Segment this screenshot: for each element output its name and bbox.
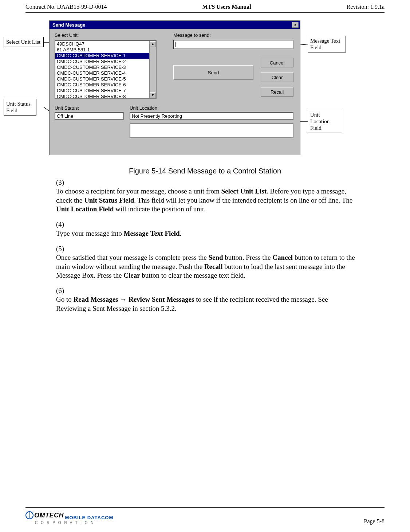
document-header: Contract No. DAAB15-99-D-0014 MTS Users … <box>25 4 385 12</box>
callout-unit-status-field: Unit Status Field <box>4 99 36 116</box>
para-number: (3) <box>56 178 69 187</box>
scroll-down-button[interactable]: ▼ <box>150 92 156 98</box>
logo-brand-3: C O R P O R A T I O N <box>35 521 95 525</box>
scroll-up-button[interactable]: ▲ <box>150 41 156 47</box>
clear-button[interactable]: Clear <box>261 73 293 82</box>
list-item[interactable]: 49DSCHQ47 <box>55 41 149 47</box>
unit-location-extra-field <box>130 124 293 138</box>
doc-title: MTS Users Manual <box>202 4 251 10</box>
callout-unit-location-field: Unit Location Field <box>308 110 342 133</box>
footer-rule <box>25 507 385 508</box>
list-item[interactable]: CMDC-CUSTOMER SERVICE-6 <box>55 82 149 88</box>
unit-location-field: Not Presently Reporting <box>130 112 293 120</box>
list-item[interactable]: CMDC-CUSTOMER SERVICE-7 <box>55 88 149 94</box>
unit-status-label: Unit Status: <box>55 105 79 111</box>
list-item[interactable]: 61 ASMB 581-1 <box>55 47 149 53</box>
logo-brand-1: OMTECH <box>34 512 64 519</box>
globe-icon <box>25 511 33 519</box>
close-button[interactable]: x <box>292 22 299 28</box>
list-item[interactable]: CMDC-CUSTOMER SERVICE-8 <box>55 94 149 98</box>
select-unit-list[interactable]: 49DSCHQ4761 ASMB 581-1CMDC-CUSTOMER SERV… <box>55 40 157 99</box>
list-item[interactable]: CMDC-CUSTOMER SERVICE-4 <box>55 70 149 76</box>
list-item[interactable]: CMDC-CUSTOMER SERVICE-3 <box>55 64 149 70</box>
list-item[interactable]: CMDC-CUSTOMER SERVICE-5 <box>55 76 149 82</box>
cancel-button[interactable]: Cancel <box>261 58 293 67</box>
revision: Revision: 1.9.1a <box>347 4 385 10</box>
page-number: Page 5-8 <box>364 518 385 525</box>
send-message-dialog: Send Message x Select Unit: 49DSCHQ4761 … <box>49 20 300 155</box>
company-logo: OMTECH MOBILE DATACOM C O R P O R A T I … <box>25 511 113 525</box>
paragraph-5: (5) Once satisfied that your message is … <box>56 245 370 280</box>
message-text-field[interactable] <box>173 40 293 49</box>
select-unit-label: Select Unit: <box>55 32 79 38</box>
dialog-titlebar: Send Message x <box>50 21 300 29</box>
paragraph-3: (3) To choose a recipient for your messa… <box>56 178 370 214</box>
para-number: (6) <box>56 286 69 295</box>
dialog-title: Send Message <box>52 22 85 28</box>
list-item[interactable]: CMDC-CUSTOMER SERVICE-2 <box>55 59 149 64</box>
body-text: (3) To choose a recipient for your messa… <box>56 178 370 313</box>
paragraph-6: (6) Go to Read Messages → Review Sent Me… <box>56 286 370 313</box>
message-to-send-label: Message to send: <box>173 32 211 38</box>
callout-message-text-field: Message Text Field <box>308 36 346 52</box>
document-footer: OMTECH MOBILE DATACOM C O R P O R A T I … <box>25 507 385 525</box>
contract-no: Contract No. DAAB15-99-D-0014 <box>25 4 107 10</box>
figure-5-14: Select Unit List Unit Status Field Messa… <box>25 20 385 163</box>
send-button[interactable]: Send <box>173 65 253 80</box>
para-number: (4) <box>56 220 69 229</box>
paragraph-4: (4) Type your message into Message Text … <box>56 220 370 238</box>
callout-select-unit-list: Select Unit List <box>4 37 44 47</box>
list-item[interactable]: CMDC-CUSTOMER SERVICE-1 <box>55 53 149 59</box>
logo-brand-2: MOBILE DATACOM <box>65 515 114 520</box>
figure-caption: Figure 5-14 Send Message to a Control St… <box>25 167 385 175</box>
header-rule <box>25 12 385 13</box>
scrollbar[interactable]: ▲ ▼ <box>149 41 156 98</box>
unit-status-field: Off Line <box>55 112 124 120</box>
unit-location-label: Unit Location: <box>130 105 159 111</box>
para-number: (5) <box>56 245 69 253</box>
recall-button[interactable]: Recall <box>261 87 293 97</box>
